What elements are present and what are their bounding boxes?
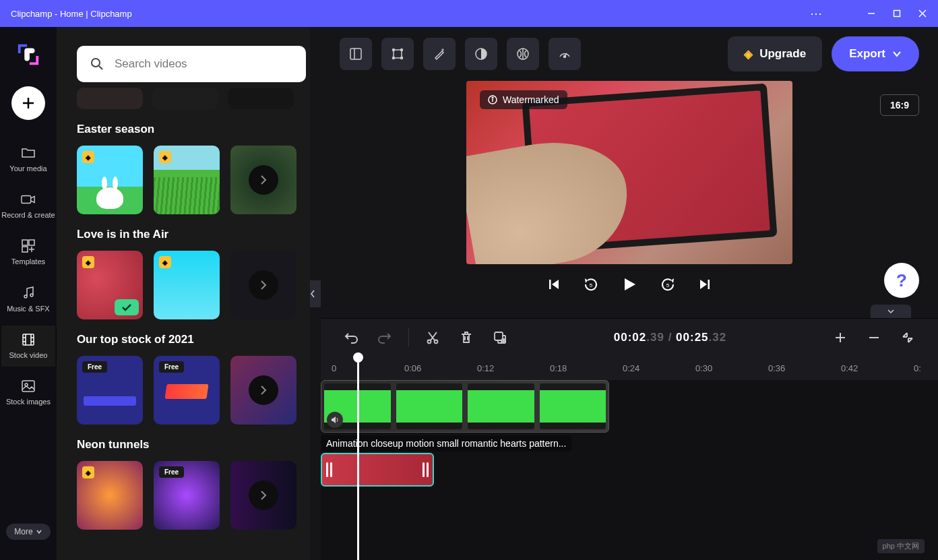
expand-timeline-button[interactable] [871, 305, 911, 318]
category-title: Our top stock of 2021 [77, 333, 298, 346]
sidebar-item-stock-images[interactable]: Stock images [1, 372, 55, 413]
crop-tool-button[interactable] [381, 38, 414, 70]
next-button[interactable] [249, 480, 278, 510]
stock-thumb[interactable]: ◈ [154, 251, 220, 319]
rewind-5s-button[interactable]: 5 [583, 276, 599, 292]
svg-point-28 [393, 57, 395, 59]
ruler-tick: 0:42 [841, 363, 865, 373]
sidebar-item-label: Templates [11, 257, 45, 266]
stock-thumb[interactable] [230, 146, 296, 214]
svg-rect-38 [549, 280, 551, 289]
watermark-label: Watermarked [503, 94, 559, 105]
next-button[interactable] [249, 165, 278, 195]
forward-5s-button[interactable]: 5 [660, 276, 676, 292]
svg-rect-12 [23, 334, 34, 345]
chevron-down-icon [892, 51, 902, 57]
stock-thumb[interactable]: ◈ [77, 461, 143, 530]
help-button[interactable]: ? [884, 263, 919, 298]
split-button[interactable] [418, 323, 447, 352]
stock-thumb[interactable]: ◈ [77, 251, 143, 319]
music-icon [21, 286, 36, 301]
premium-badge-icon: ◈ [82, 151, 94, 163]
stock-thumb[interactable] [230, 251, 296, 319]
timeline-tracks[interactable]: Animation closeup motion small romantic … [321, 380, 938, 560]
premium-badge-icon: ◈ [82, 256, 94, 268]
next-button[interactable] [249, 270, 278, 300]
svg-point-27 [401, 49, 403, 51]
clip-handle-left[interactable] [326, 462, 332, 477]
stock-thumb[interactable]: Free [154, 356, 220, 425]
zoom-in-button[interactable] [826, 323, 854, 352]
layout-tool-button[interactable] [340, 38, 372, 70]
stock-thumb[interactable]: Free [77, 356, 143, 425]
thumb-strip[interactable] [152, 88, 218, 109]
ruler-tick: 0:24 [623, 363, 647, 373]
svg-rect-6 [22, 196, 31, 204]
svg-rect-25 [394, 50, 402, 58]
timeline-clip-video[interactable] [321, 380, 609, 433]
next-button[interactable] [249, 375, 278, 405]
stock-thumb[interactable]: ◈ [154, 146, 220, 214]
sidebar-item-record[interactable]: Record & create [1, 185, 55, 226]
upgrade-button[interactable]: ◈ Upgrade [728, 36, 822, 71]
fit-timeline-button[interactable] [894, 323, 922, 352]
redo-button[interactable] [371, 323, 399, 352]
aspect-ratio-button[interactable]: 16:9 [880, 94, 919, 116]
more-label: More [14, 527, 32, 536]
maximize-button[interactable] [892, 9, 902, 18]
clip-handle-right[interactable] [423, 462, 429, 477]
zoom-out-button[interactable] [860, 323, 888, 352]
timeline-ruler[interactable]: 0 0:06 0:12 0:18 0:24 0:30 0:36 0:42 0: [321, 356, 938, 380]
svg-rect-23 [350, 49, 361, 59]
sidebar-item-music[interactable]: Music & SFX [1, 279, 55, 320]
svg-rect-41 [708, 280, 710, 289]
stock-thumb[interactable] [230, 356, 296, 425]
folder-icon [21, 146, 36, 160]
diamond-icon: ◈ [744, 47, 753, 61]
stock-thumb[interactable]: ◈ [77, 146, 143, 214]
svg-text:5: 5 [590, 282, 593, 288]
svg-point-34 [564, 56, 566, 58]
more-button[interactable]: More [6, 524, 50, 540]
source-watermark: php 中文网 [877, 539, 925, 553]
minimize-button[interactable] [867, 9, 876, 18]
filter-tool-button[interactable] [507, 38, 539, 70]
export-label: Export [849, 47, 885, 61]
svg-line-22 [99, 66, 102, 69]
skip-end-button[interactable] [699, 278, 711, 290]
svg-text:5: 5 [666, 282, 670, 288]
search-field[interactable] [115, 57, 292, 71]
sidebar-item-your-media[interactable]: Your media [1, 139, 55, 180]
sidebar-item-label: Stock video [9, 351, 48, 360]
add-button[interactable] [11, 86, 45, 120]
sidebar-item-templates[interactable]: Templates [1, 232, 55, 273]
search-input[interactable] [77, 46, 306, 82]
timeline-clip-overlay[interactable] [321, 453, 434, 487]
editor-main: ◈ Upgrade Export Watermarked 16:9 ? [321, 27, 938, 560]
video-preview[interactable]: Watermarked [466, 81, 792, 264]
more-icon[interactable]: ⋯ [810, 6, 823, 21]
stock-thumb[interactable]: Free [154, 461, 220, 530]
delete-button[interactable] [452, 323, 480, 352]
thumb-strip[interactable] [228, 88, 294, 109]
app-logo [14, 40, 42, 69]
speed-tool-button[interactable] [549, 38, 581, 70]
ruler-tick: 0:12 [477, 363, 501, 373]
skip-start-button[interactable] [548, 278, 560, 290]
playhead[interactable] [357, 356, 359, 560]
category-title: Easter season [77, 123, 298, 136]
close-button[interactable] [918, 9, 927, 18]
effects-tool-button[interactable] [423, 38, 456, 70]
sidebar-item-stock-video[interactable]: Stock video [1, 325, 55, 367]
duplicate-button[interactable] [486, 323, 514, 352]
svg-rect-9 [22, 247, 28, 252]
info-icon [488, 95, 497, 104]
play-button[interactable] [622, 277, 637, 292]
undo-button[interactable] [337, 323, 365, 352]
stock-thumb[interactable] [230, 461, 296, 530]
sidebar-item-label: Music & SFX [7, 305, 50, 313]
export-button[interactable]: Export [832, 36, 919, 71]
thumb-strip[interactable] [77, 88, 143, 109]
camera-icon [21, 192, 36, 207]
contrast-tool-button[interactable] [465, 38, 497, 70]
